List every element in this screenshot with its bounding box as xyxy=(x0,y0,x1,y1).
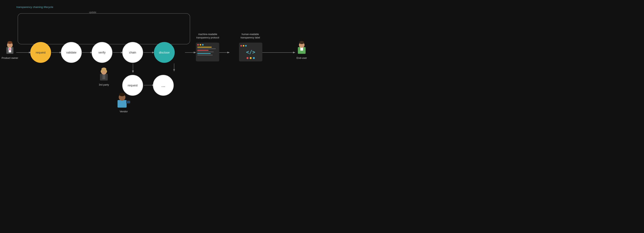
vendor: </> Vendor xyxy=(115,90,132,113)
step-verify: verify xyxy=(92,42,112,63)
svg-rect-8 xyxy=(102,74,105,79)
end-user-label: End-user xyxy=(296,57,307,60)
human-readable-doc: </> xyxy=(239,43,262,61)
step-disclose: disclose xyxy=(154,42,175,63)
svg-rect-13 xyxy=(118,100,126,108)
svg-point-12 xyxy=(105,70,107,73)
step-request: request xyxy=(30,42,51,63)
step-chain: chain xyxy=(122,42,143,63)
diagram: transparency chaining lifecycle update P… xyxy=(0,0,322,117)
vendor-icon: </> xyxy=(115,90,132,108)
product-owner: Product owner xyxy=(2,39,18,60)
third-party: 3rd party xyxy=(97,65,111,86)
lifecycle-label: transparency chaining lifecycle xyxy=(16,6,53,9)
vendor-label: Vendor xyxy=(120,110,128,113)
svg-point-22 xyxy=(299,41,304,44)
update-arc xyxy=(18,14,190,44)
machine-readable-label: machine-readable transparency protocol xyxy=(195,33,220,40)
step-ellipsis: ... xyxy=(153,75,174,96)
product-owner-label: Product owner xyxy=(2,57,18,60)
end-user: End-user xyxy=(295,39,309,60)
human-readable-label: human-readable transparency label xyxy=(238,33,263,40)
svg-point-11 xyxy=(101,70,102,73)
third-party-label: 3rd party xyxy=(99,83,109,86)
step-validate: validate xyxy=(61,42,82,63)
third-party-icon xyxy=(97,65,111,81)
svg-point-15 xyxy=(119,93,125,96)
svg-text:</>: </> xyxy=(127,101,130,103)
machine-readable-doc xyxy=(196,43,219,61)
end-user-icon xyxy=(295,39,309,55)
svg-point-4 xyxy=(7,41,12,44)
product-owner-icon xyxy=(3,39,17,55)
update-label: update xyxy=(89,11,96,14)
